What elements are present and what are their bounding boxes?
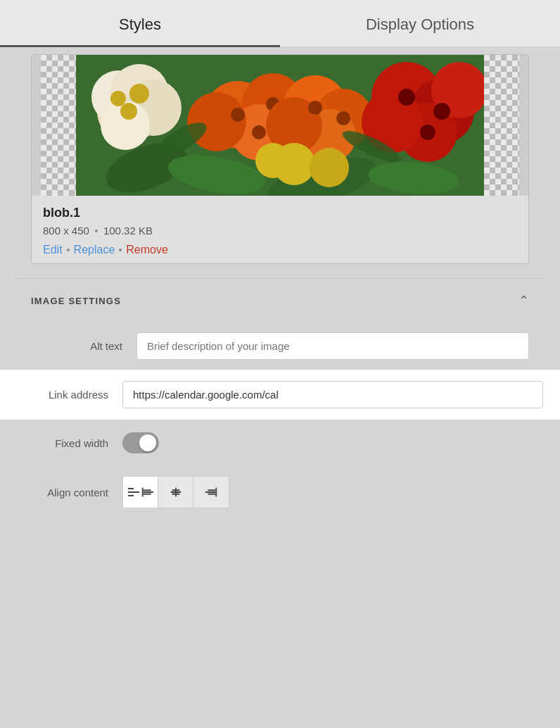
- align-right-custom-icon: [204, 485, 218, 499]
- svg-rect-51: [215, 488, 217, 497]
- svg-point-25: [336, 111, 350, 125]
- toggle-switch[interactable]: [122, 432, 159, 453]
- image-filename: blob.1: [43, 206, 517, 220]
- svg-point-19: [252, 125, 266, 139]
- image-actions: Edit Replace Remove: [43, 244, 517, 256]
- checkerboard-right: [484, 55, 519, 196]
- tab-styles-label: Styles: [119, 15, 161, 33]
- svg-point-27: [310, 148, 349, 187]
- align-content-row: Align content: [0, 466, 560, 518]
- svg-point-36: [420, 125, 435, 140]
- link-address-row: Link address: [0, 370, 560, 420]
- checkerboard-left: [41, 55, 76, 196]
- svg-point-28: [255, 143, 291, 178]
- collapse-icon[interactable]: ⌃: [518, 293, 529, 308]
- svg-point-16: [187, 92, 246, 151]
- edit-button[interactable]: Edit: [43, 244, 63, 256]
- tab-display-options[interactable]: Display Options: [280, 0, 560, 46]
- svg-point-35: [433, 103, 450, 120]
- image-dimensions: 800 x 450: [43, 225, 89, 237]
- fixed-width-toggle[interactable]: [122, 432, 159, 453]
- replace-button[interactable]: Replace: [74, 244, 115, 256]
- svg-point-34: center: [398, 89, 415, 106]
- image-filesize: 100.32 KB: [103, 225, 153, 237]
- svg-rect-43: [141, 488, 143, 497]
- link-address-input[interactable]: [122, 381, 543, 408]
- alt-text-row: Alt text: [14, 322, 546, 370]
- image-meta: 800 x 450 100.32 KB: [43, 225, 517, 237]
- align-left-button[interactable]: [123, 477, 158, 508]
- align-center-button[interactable]: [158, 477, 193, 508]
- svg-point-24: [308, 101, 322, 115]
- svg-point-10: [120, 103, 137, 120]
- remove-button[interactable]: Remove: [126, 244, 168, 256]
- meta-dot: [95, 230, 98, 232]
- align-left-custom-icon: [141, 485, 155, 499]
- image-preview-container: center blob.1 800 x 450 100.32 KB Edit: [0, 47, 560, 278]
- align-center-custom-icon: [169, 485, 183, 499]
- tab-styles[interactable]: Styles: [0, 0, 280, 46]
- image-info: blob.1 800 x 450 100.32 KB Edit Replace …: [32, 196, 528, 263]
- fixed-width-label: Fixed width: [17, 437, 122, 449]
- section-title: IMAGE SETTINGS: [31, 296, 121, 306]
- separator-1: [67, 249, 70, 251]
- align-buttons-group: [122, 476, 229, 508]
- flower-image: center: [76, 55, 484, 196]
- svg-point-12: [110, 91, 126, 106]
- image-wrapper: center: [32, 55, 528, 196]
- separator-2: [119, 249, 122, 251]
- tabs-container: Styles Display Options: [0, 0, 560, 47]
- section-header: IMAGE SETTINGS ⌃: [14, 279, 546, 322]
- toggle-knob: [139, 434, 156, 451]
- svg-point-17: [231, 108, 245, 122]
- fixed-width-row: Fixed width: [0, 420, 560, 466]
- align-content-label: Align content: [17, 487, 122, 498]
- link-address-label: Link address: [17, 389, 122, 401]
- image-settings-section: IMAGE SETTINGS ⌃ Alt text: [0, 279, 560, 370]
- svg-point-11: [129, 84, 149, 103]
- align-right-button[interactable]: [193, 477, 229, 508]
- image-card: center blob.1 800 x 450 100.32 KB Edit: [31, 54, 529, 264]
- alt-text-label: Alt text: [31, 340, 136, 352]
- tab-display-options-label: Display Options: [366, 15, 474, 33]
- align-left-icon: [127, 485, 141, 499]
- alt-text-input[interactable]: [136, 332, 529, 360]
